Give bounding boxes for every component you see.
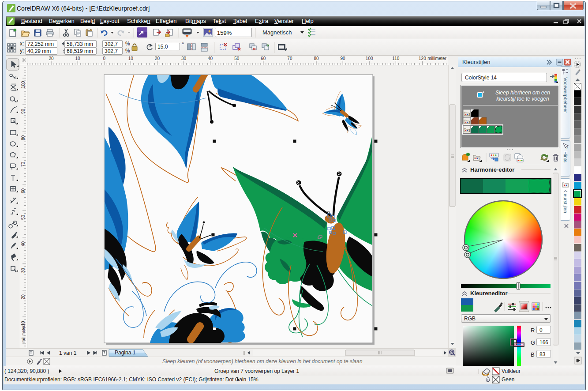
svg-text:30: 30 <box>181 56 187 61</box>
svg-text:millimeter: millimeter <box>427 56 446 61</box>
svg-text:110: 110 <box>392 56 399 61</box>
svg-text:10: 10 <box>21 321 26 326</box>
svg-text:20: 20 <box>21 294 26 300</box>
svg-text:20: 20 <box>49 56 54 61</box>
svg-text:40: 40 <box>208 56 213 61</box>
svg-text:80: 80 <box>21 135 26 140</box>
svg-text:90: 90 <box>21 109 26 114</box>
svg-text:?: ? <box>566 145 568 150</box>
svg-text:70: 70 <box>21 162 26 167</box>
svg-text:40: 40 <box>21 241 26 247</box>
svg-text:60: 60 <box>261 56 266 61</box>
svg-text:50: 50 <box>234 56 240 61</box>
svg-text:100: 100 <box>21 81 26 88</box>
svg-text:100: 100 <box>366 56 373 61</box>
svg-text:90: 90 <box>341 56 346 61</box>
svg-text:80: 80 <box>314 56 319 61</box>
svg-text:millimeter: millimeter <box>21 325 26 342</box>
svg-text:0: 0 <box>103 56 105 61</box>
svg-text:10: 10 <box>128 56 134 61</box>
svg-text:10: 10 <box>75 56 81 61</box>
svg-text:50: 50 <box>21 215 26 220</box>
svg-text:20: 20 <box>155 56 160 61</box>
svg-text:70: 70 <box>287 56 292 61</box>
svg-text:30: 30 <box>21 268 26 273</box>
svg-text:120: 120 <box>419 56 426 61</box>
svg-text:60: 60 <box>21 188 26 193</box>
